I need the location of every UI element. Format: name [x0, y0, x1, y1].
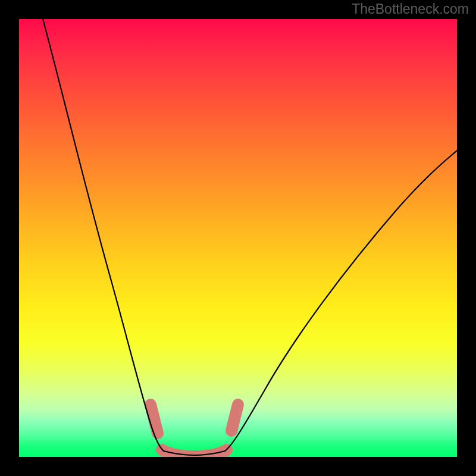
curve-layer	[19, 19, 457, 457]
watermark-text: TheBottleneck.com	[352, 1, 469, 17]
curve-left-branch	[43, 19, 164, 451]
marker-right-cluster	[231, 405, 238, 431]
curve-right-branch	[225, 151, 457, 451]
chart-frame: TheBottleneck.com	[0, 0, 476, 476]
plot-area	[19, 19, 457, 457]
